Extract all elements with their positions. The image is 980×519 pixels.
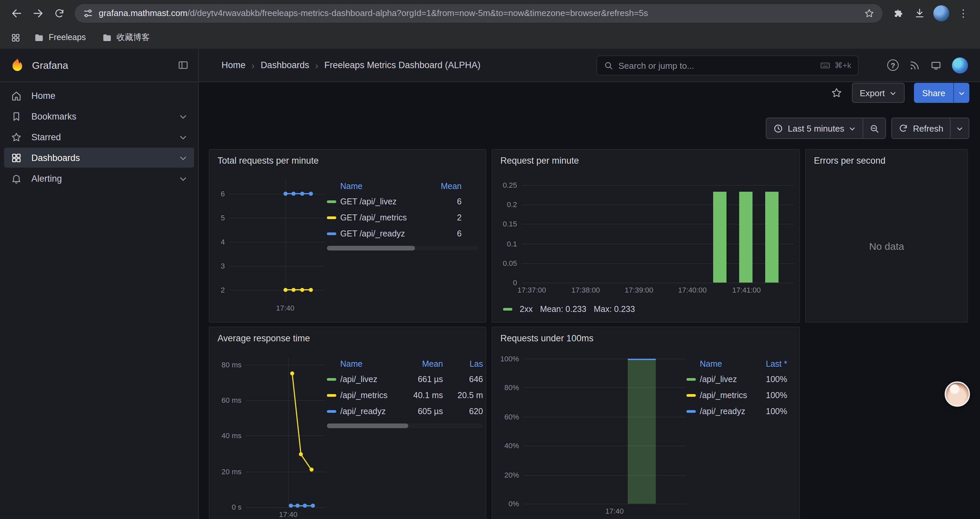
bookmark-star-icon[interactable]	[864, 8, 875, 18]
y-axis-tick-label: 0.2	[507, 200, 517, 208]
chevron-down-icon[interactable]	[179, 112, 188, 121]
bookmark-freeleaps[interactable]: Freeleaps	[28, 30, 92, 45]
legend-value: 6	[427, 197, 461, 206]
browser-profile-avatar[interactable]	[933, 5, 949, 21]
refresh-interval-dropdown[interactable]	[950, 118, 969, 138]
legend-row[interactable]: /api/_metrics100%	[686, 387, 792, 404]
browser-menu-icon[interactable]: ⋮	[953, 3, 973, 23]
zoom-out-icon	[870, 123, 880, 133]
gridline	[524, 387, 686, 388]
reload-icon	[54, 8, 65, 18]
user-avatar[interactable]	[952, 57, 968, 73]
time-range-picker[interactable]: Last 5 minutes	[767, 118, 863, 138]
chart-bar	[628, 358, 656, 504]
downloads-icon[interactable]	[909, 3, 929, 23]
legend-row[interactable]: /api/_livez100%	[686, 371, 792, 387]
legend-row[interactable]: GET /api/_livez6	[327, 194, 479, 210]
data-point	[301, 288, 305, 292]
legend-column-header[interactable]: Name	[327, 182, 427, 191]
legend[interactable]: 2xx Mean: 0.233 Max: 0.233	[503, 305, 635, 314]
share-dropdown-button[interactable]	[953, 83, 969, 103]
export-button[interactable]: Export	[851, 83, 905, 103]
legend-scrollbar[interactable]	[327, 423, 483, 428]
content: Home Bookmarks Starred Dashboards Alerti…	[0, 82, 980, 519]
apps-grid-icon[interactable]	[7, 29, 24, 46]
scrollbar-thumb[interactable]	[327, 423, 408, 428]
y-axis: 80 ms60 ms40 ms20 ms0 s	[213, 357, 246, 507]
breadcrumb-dashboards[interactable]: Dashboards	[261, 60, 309, 70]
arrow-left-icon	[11, 7, 23, 19]
legend-value: 40.1 ms	[406, 391, 443, 400]
sidebar-item-dashboards[interactable]: Dashboards	[4, 148, 194, 168]
x-axis-tick-label: 17:41:00	[732, 286, 761, 294]
series-swatch	[327, 410, 336, 413]
sidebar-item-alerting[interactable]: Alerting	[4, 168, 194, 188]
panel-title[interactable]: Errors per second	[814, 156, 886, 166]
legend-column-header[interactable]: Mean	[406, 359, 443, 369]
legend-column-header[interactable]: Mean	[427, 182, 461, 191]
url-domain: grafana.mathmast.com	[99, 8, 188, 18]
legend-scrollbar[interactable]	[327, 246, 479, 251]
legend-value: 20.5 m	[443, 391, 483, 400]
legend-row[interactable]: GET /api/_readyz6	[327, 226, 479, 242]
no-data-message: No data	[806, 170, 967, 322]
grafana-logo[interactable]	[10, 57, 25, 73]
legend-row[interactable]: /api/_readyz605 µs620	[327, 404, 483, 420]
legend-row[interactable]: /api/_readyz100%	[686, 404, 792, 420]
chevron-down-icon[interactable]	[179, 174, 188, 183]
data-point	[301, 192, 305, 196]
panel-title[interactable]: Total requests per minute	[218, 156, 318, 166]
refresh-button[interactable]: Refresh	[892, 118, 950, 138]
chart-total-requests: 65432 17:40	[213, 180, 326, 313]
favorite-star-icon[interactable]	[830, 87, 842, 99]
dock-menu-icon[interactable]	[177, 59, 189, 71]
legend-stat-mean: Mean: 0.233	[540, 305, 586, 314]
panel-title[interactable]: Requests under 100ms	[500, 333, 593, 343]
legend-value: 605 µs	[406, 407, 443, 416]
search-input[interactable]: Search or jump to... ⌘+k	[597, 56, 859, 75]
y-axis-tick-label: 2	[221, 286, 225, 294]
legend-row[interactable]: GET /api/_metrics2	[327, 210, 479, 226]
data-point	[292, 288, 296, 292]
legend-value: 646	[443, 375, 483, 384]
chevron-down-icon[interactable]	[179, 133, 188, 141]
x-axis: 17:40	[246, 507, 326, 519]
legend-row[interactable]: /api/_metrics40.1 ms20.5 m	[327, 387, 483, 404]
help-icon[interactable]: ?	[887, 59, 899, 71]
news-rss-icon[interactable]	[909, 60, 920, 70]
bookmark-label: Freeleaps	[49, 33, 86, 42]
sidebar-item-starred[interactable]: Starred	[4, 127, 194, 147]
legend-column-header[interactable]: Las	[443, 359, 483, 369]
legend-column-header[interactable]: Name	[327, 359, 406, 369]
sidebar-item-bookmarks[interactable]: Bookmarks	[4, 106, 194, 126]
bookmark-blog-folder[interactable]: 收藏博客	[96, 29, 156, 46]
floating-assistant-avatar[interactable]	[945, 382, 970, 407]
zoom-out-button[interactable]	[863, 118, 886, 138]
browser-url-bar[interactable]: grafana.mathmast.com/d/deytv4rwavabkb/fr…	[75, 4, 883, 22]
browser-forward-button[interactable]	[28, 3, 48, 23]
browser-reload-button[interactable]	[49, 3, 69, 23]
sidebar-item-home[interactable]: Home	[4, 86, 194, 105]
time-controls: Last 5 minutes Refresh	[766, 118, 969, 139]
share-button[interactable]: Share	[914, 83, 953, 103]
breadcrumb-home[interactable]: Home	[221, 60, 245, 70]
gridline	[524, 417, 686, 417]
data-point	[290, 371, 294, 375]
series-name: 2xx	[520, 305, 533, 314]
site-settings-icon[interactable]	[83, 8, 94, 18]
panel-title[interactable]: Request per minute	[500, 156, 579, 166]
legend-column-header[interactable]: Last *	[750, 359, 787, 369]
panel-title[interactable]: Average response time	[218, 333, 310, 343]
bell-icon	[11, 172, 22, 184]
legend-series-name: GET /api/_livez	[327, 197, 427, 206]
legend-row[interactable]: /api/_livez661 µs646	[327, 371, 483, 387]
extensions-icon[interactable]	[888, 3, 908, 23]
monitor-icon[interactable]	[931, 60, 941, 70]
sidebar-item-label: Home	[31, 91, 56, 101]
scrollbar-thumb[interactable]	[327, 246, 415, 251]
chevron-down-icon[interactable]	[179, 153, 188, 162]
chart-bar	[713, 192, 727, 283]
legend-column-header[interactable]: Name	[686, 359, 750, 369]
bookmark-label: 收藏博客	[116, 32, 150, 43]
browser-back-button[interactable]	[7, 3, 27, 23]
